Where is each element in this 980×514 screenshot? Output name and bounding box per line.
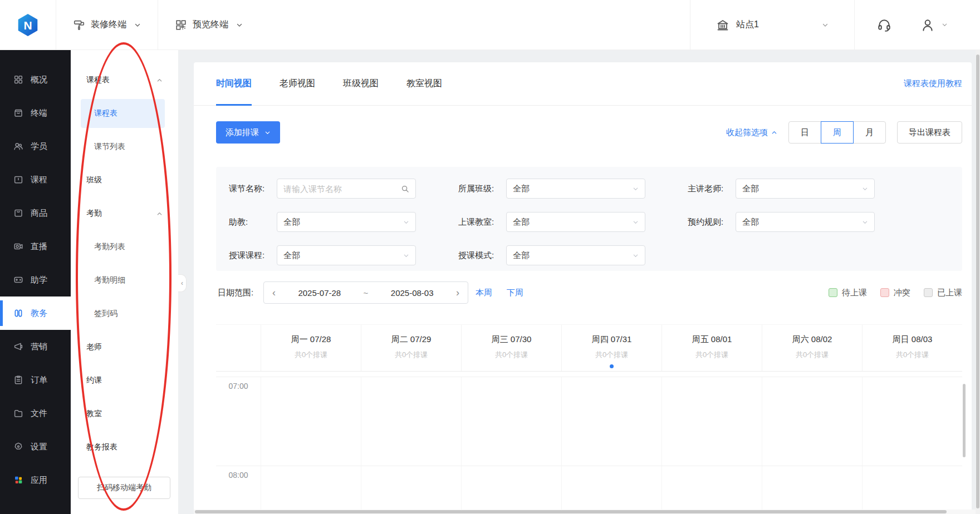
submenu-group-attendance[interactable]: 考勤 [71, 197, 178, 230]
tab-teacher-view[interactable]: 老师视图 [280, 62, 315, 106]
chevron-down-icon [822, 22, 829, 28]
assistant-select[interactable]: 全部 [277, 212, 416, 232]
filter-teaching-mode: 授课模式: 全部 [458, 245, 688, 265]
tab-time-view[interactable]: 时间视图 [216, 62, 252, 106]
app-logo[interactable]: N [0, 0, 56, 50]
next-week-link[interactable]: 下周 [507, 288, 523, 298]
calendar-cell[interactable] [862, 466, 962, 514]
submenu-item-label: 教务报表 [86, 442, 117, 452]
calendar-cell[interactable] [561, 466, 661, 514]
horizontal-scrollbar-track[interactable] [194, 510, 976, 514]
sidebar-item-orders[interactable]: 订单 [0, 363, 71, 397]
date-range-picker[interactable]: ‹ 2025-07-28 ~ 2025-08-03 › [263, 281, 468, 304]
select-value: 全部 [513, 250, 530, 261]
qr-code-icon [175, 19, 187, 31]
lesson-name-search-field[interactable] [277, 179, 416, 199]
add-schedule-button[interactable]: 添加排课 [216, 121, 280, 144]
sidebar-item-overview[interactable]: 概况 [0, 63, 71, 96]
window-scrollbar-thumb[interactable] [976, 55, 979, 508]
submenu-group-schedule[interactable]: 课程表 [71, 63, 178, 97]
sidebar-item-terminal[interactable]: 终端 [0, 96, 71, 130]
submenu-collapse-handle[interactable]: ‹ [178, 274, 187, 292]
sidebar-item-students[interactable]: 学员 [0, 130, 71, 163]
legend-label: 待上课 [842, 288, 867, 298]
submenu-item-schedule[interactable]: 课程表 [81, 99, 165, 128]
submenu-item-teachers[interactable]: 老师 [71, 330, 178, 364]
start-date[interactable]: 2025-07-28 [298, 288, 341, 298]
calendar-cell[interactable] [261, 377, 361, 466]
sidebar-item-settings[interactable]: 设置 [0, 430, 71, 463]
sidebar-item-academic[interactable]: 教务 [0, 296, 71, 330]
sidebar-item-study-aid[interactable]: 助学 [0, 263, 71, 296]
calendar-cell[interactable] [762, 377, 862, 466]
day-column-header: 周二 07/29 共0个排课 [361, 325, 461, 371]
support-button[interactable] [877, 18, 891, 32]
calendar-cell[interactable] [461, 466, 561, 514]
filter-label: 授课课程: [229, 245, 277, 265]
calendar-cell[interactable] [661, 466, 762, 514]
course-select[interactable]: 全部 [277, 245, 416, 265]
horizontal-scrollbar-thumb[interactable] [195, 510, 947, 513]
sidebar-item-goods[interactable]: 商品 [0, 196, 71, 230]
export-schedule-button[interactable]: 导出课程表 [897, 121, 962, 144]
booking-rule-select[interactable]: 全部 [736, 212, 875, 232]
end-date[interactable]: 2025-08-03 [391, 288, 434, 298]
filter-class: 所属班级: 全部 [458, 179, 688, 199]
window-scrollbar-track[interactable] [976, 50, 980, 514]
day-column-header: 周一 07/28 共0个排课 [261, 325, 361, 371]
button-label: 添加排课 [226, 127, 259, 138]
decorate-terminal-menu[interactable]: 装修终端 [56, 0, 158, 50]
calendar-cell[interactable] [261, 466, 361, 514]
calendar-vertical-scrollbar[interactable] [963, 384, 966, 457]
submenu-item-classrooms[interactable]: 教室 [71, 397, 178, 431]
view-month-button[interactable]: 月 [853, 121, 886, 144]
day-column-header: 周三 07/30 共0个排课 [461, 325, 561, 371]
calendar-header: 周一 07/28 共0个排课 周二 07/29 共0个排课 周三 07/30 共… [216, 324, 962, 372]
calendar-cell[interactable] [762, 466, 862, 514]
submenu-item-attendance-detail[interactable]: 考勤明细 [71, 264, 178, 297]
calendar-cell[interactable] [361, 466, 461, 514]
preview-terminal-menu[interactable]: 预览终端 [158, 0, 259, 50]
account-menu[interactable] [920, 18, 948, 32]
calendar-cell[interactable] [361, 377, 461, 466]
site-selector[interactable]: 站点1 [690, 0, 855, 50]
tab-classroom-view[interactable]: 教室视图 [406, 62, 442, 106]
decorate-terminal-label: 装修终端 [91, 19, 126, 31]
view-day-button[interactable]: 日 [788, 121, 821, 144]
tab-class-view[interactable]: 班级视图 [343, 62, 379, 106]
calendar-cell[interactable] [661, 377, 762, 466]
teaching-mode-select[interactable]: 全部 [506, 245, 645, 265]
filter-row-2: 助教: 全部 上课教室: 全部 预约规则: 全部 [229, 212, 962, 232]
segment-label: 月 [865, 127, 874, 138]
lesson-name-input[interactable] [283, 184, 395, 194]
this-week-link[interactable]: 本周 [476, 288, 492, 298]
class-select[interactable]: 全部 [506, 179, 645, 199]
sidebar-item-files[interactable]: 文件 [0, 397, 71, 430]
classroom-select[interactable]: 全部 [506, 212, 645, 232]
collapse-filters-link[interactable]: 收起筛选项 [726, 127, 777, 138]
submenu-item-academic-report[interactable]: 教务报表 [71, 431, 178, 464]
sidebar-item-marketing[interactable]: 营销 [0, 330, 71, 363]
hour-row-0700: 07:00 [216, 377, 962, 466]
view-week-button[interactable]: 周 [821, 121, 854, 144]
schedule-tutorial-link[interactable]: 课程表使用教程 [904, 78, 962, 89]
day-column-header: 周五 08/01 共0个排课 [661, 325, 762, 371]
sidebar-item-apps[interactable]: 应用 [0, 463, 71, 497]
search-icon [401, 185, 409, 193]
submenu-item-checkin-code[interactable]: 签到码 [71, 297, 178, 330]
submenu-item-label: 考勤明细 [94, 275, 125, 285]
sidebar-item-label: 直播 [31, 241, 47, 252]
main-teacher-select[interactable]: 全部 [736, 179, 875, 199]
calendar-cell[interactable] [561, 377, 661, 466]
calendar-cell[interactable] [461, 377, 561, 466]
sidebar-item-live[interactable]: 直播 [0, 230, 71, 263]
prev-week-arrow[interactable]: ‹ [272, 288, 276, 298]
submenu-item-lesson-list[interactable]: 课节列表 [71, 130, 178, 164]
submenu-item-booking[interactable]: 约课 [71, 364, 178, 397]
submenu-item-attendance-list[interactable]: 考勤列表 [71, 230, 178, 264]
calendar-cell[interactable] [862, 377, 962, 466]
submenu-item-classes[interactable]: 班级 [71, 164, 178, 197]
sidebar-item-courses[interactable]: 课程 [0, 163, 71, 196]
scan-mobile-attendance-button[interactable]: 扫码移动端考勤 [78, 477, 170, 499]
next-week-arrow[interactable]: › [456, 288, 459, 298]
